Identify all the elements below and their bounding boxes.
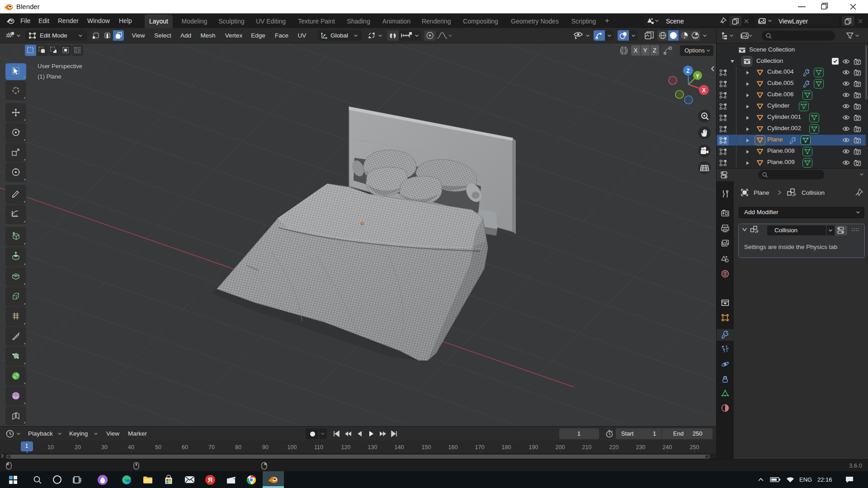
svg-text:Z: Z <box>686 68 689 74</box>
svg-text:Y: Y <box>696 73 699 79</box>
svg-text:X: X <box>702 87 706 94</box>
